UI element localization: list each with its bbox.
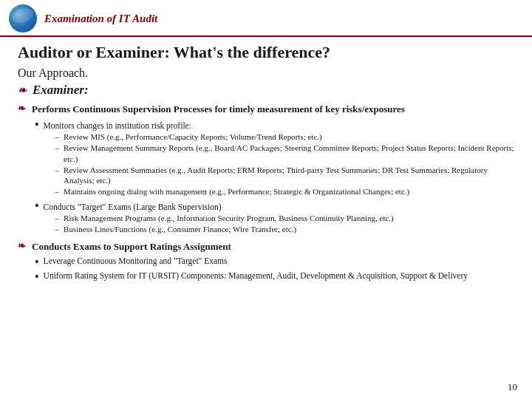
target-exams-details: Risk Management Programs (e.g., Informat… — [44, 213, 394, 235]
monitors-item: • Monitors changes in institution risk p… — [35, 118, 514, 198]
monitors-dot-icon: • — [35, 118, 39, 198]
header-bar: Examination of IT Audit — [0, 0, 532, 37]
performs-text: Performs Continuous Supervision Processe… — [32, 103, 405, 115]
monitors-text: Monitors changes in institution risk pro… — [44, 121, 191, 130]
examiner-label: Examiner: — [33, 83, 89, 98]
performs-sublist: • Monitors changes in institution risk p… — [32, 118, 514, 235]
target-exams-content: Conducts "Target" Exams (Large Bank Supe… — [44, 200, 394, 236]
conducts-text: Conducts Exams to Support Ratings Assign… — [32, 241, 231, 252]
monitors-detail-1: Review MIS (e.g., Performance/Capacity R… — [55, 132, 514, 142]
monitors-detail-3: Review Assessment Summaries (e.g., Audit… — [55, 165, 514, 186]
uniform-item: • Uniform Rating System for IT (URSIT) C… — [35, 270, 468, 284]
target-exams-detail-1: Risk Management Programs (e.g., Informat… — [55, 213, 394, 223]
examiner-bullet-icon: ❧ — [18, 84, 27, 97]
target-exams-dot-icon: • — [35, 200, 39, 236]
main-content: Auditor or Examiner: What's the differen… — [0, 37, 532, 293]
target-exams-detail-2: Business Lines/Functions (e.g., Consumer… — [55, 224, 394, 234]
performs-text-bold: Performs Continuous Supervision Processe… — [32, 103, 405, 115]
conducts-text-bold: Conducts Exams to Support Ratings Assign… — [32, 241, 231, 252]
page-number: 10 — [508, 381, 517, 393]
leverage-item: • Leverage Continuous Monitoring and "Ta… — [35, 256, 468, 269]
leverage-dot-icon: • — [35, 256, 39, 269]
performs-content: Performs Continuous Supervision Processe… — [32, 102, 514, 236]
monitors-content: Monitors changes in institution risk pro… — [44, 118, 514, 198]
conducts-item: ❧ Conducts Exams to Support Ratings Assi… — [18, 239, 514, 285]
performs-item: ❧ Performs Continuous Supervision Proces… — [18, 102, 514, 236]
target-exams-item: • Conducts "Target" Exams (Large Bank Su… — [35, 200, 514, 236]
leverage-text: Leverage Continuous Monitoring and "Targ… — [44, 256, 228, 268]
monitors-detail-4: Maintains ongoing dialog with management… — [55, 186, 514, 197]
main-heading: Auditor or Examiner: What's the differen… — [18, 43, 514, 62]
monitors-detail-2: Review Management Summary Reports (e.g.,… — [55, 143, 514, 164]
target-exams-text: Conducts "Target" Exams (Large Bank Supe… — [44, 202, 222, 211]
conducts-sublist: • Leverage Continuous Monitoring and "Ta… — [32, 256, 468, 284]
performs-bullet-icon: ❧ — [18, 103, 26, 115]
uniform-dot-icon: • — [35, 270, 39, 284]
conducts-bullet-icon: ❧ — [18, 240, 26, 252]
examiner-heading: ❧ Examiner: — [18, 83, 514, 98]
conducts-content: Conducts Exams to Support Ratings Assign… — [32, 239, 468, 285]
approach-heading: Our Approach. — [18, 66, 514, 80]
monitors-details: Review MIS (e.g., Performance/Capacity R… — [44, 132, 514, 197]
uniform-text: Uniform Rating System for IT (URSIT) Com… — [44, 270, 468, 283]
globe-icon — [9, 4, 37, 33]
header-title: Examination of IT Audit — [44, 13, 157, 25]
